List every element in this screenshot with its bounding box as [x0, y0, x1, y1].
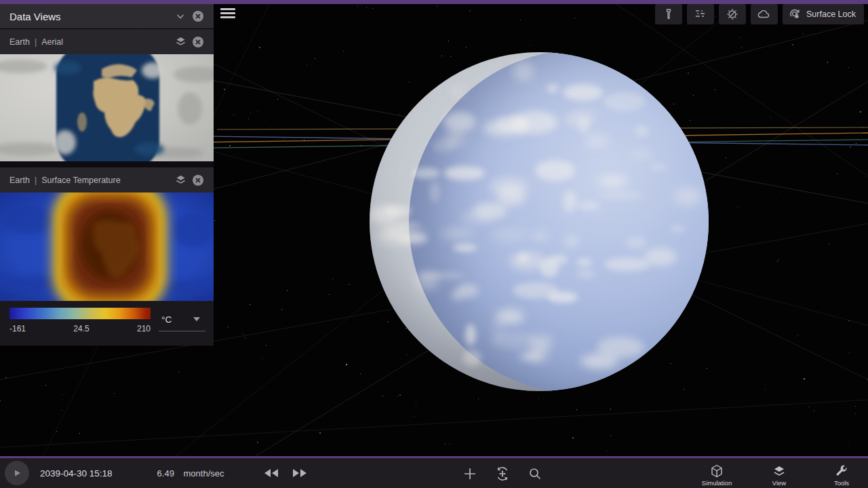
main-menus: Simulation View Tools [696, 462, 863, 487]
chevron-down-icon [193, 317, 200, 321]
chevron-down-icon [175, 11, 186, 22]
temperature-map-thumbnail[interactable] [0, 192, 214, 301]
simulation-menu-button[interactable]: Simulation [696, 462, 738, 487]
layer-select-button[interactable] [172, 171, 189, 189]
scale-max: 210 [137, 324, 151, 333]
data-view-row-aerial: Earth|Aerial [0, 29, 214, 54]
layer-select-button[interactable] [172, 33, 189, 51]
panel-gap [0, 161, 214, 167]
layers-icon [772, 464, 786, 478]
rewind-icon [264, 468, 279, 478]
search-button[interactable] [523, 462, 547, 486]
temperature-scale: -161 24.5 210 °C [0, 301, 214, 346]
data-views-header: Data Views [0, 4, 214, 28]
speed-value: 6.49 [157, 468, 174, 479]
close-panel-button[interactable] [189, 7, 207, 25]
scale-mid: 24.5 [73, 324, 89, 333]
layer-name: Surface Temperature [41, 176, 121, 185]
scale-min: -161 [9, 324, 26, 333]
effects-button[interactable] [719, 4, 746, 24]
view-toolbar: Surface Lock [655, 4, 864, 24]
body-name: Earth [9, 37, 30, 47]
add-icon [463, 467, 477, 481]
object-tools [458, 462, 547, 486]
fast-forward-icon [292, 468, 307, 478]
flashlight-icon [663, 8, 675, 20]
close-icon [191, 35, 205, 49]
main-menu-icon[interactable] [220, 8, 235, 20]
play-button[interactable] [5, 461, 29, 485]
clouds-icon [757, 8, 772, 20]
close-icon [191, 9, 205, 23]
aerial-map-thumbnail[interactable] [0, 54, 214, 161]
data-views-panel: Data Views Earth|Aerial [0, 4, 214, 346]
cube-icon [710, 464, 724, 478]
play-icon [12, 468, 22, 478]
menu-label: Tools [834, 479, 849, 487]
exposure-icon [694, 8, 707, 20]
app-window: Surface Lock Data Views Earth|Aerial [0, 0, 868, 488]
wrench-icon [835, 464, 848, 478]
surface-lock-label: Surface Lock [806, 9, 856, 19]
clouds-button[interactable] [751, 4, 778, 24]
effects-icon [726, 7, 739, 21]
speed-up-button[interactable] [288, 462, 311, 485]
chase-object-button[interactable] [490, 462, 515, 486]
unit-dropdown[interactable]: °C [159, 308, 205, 331]
add-object-button[interactable] [458, 462, 482, 486]
slow-down-button[interactable] [260, 462, 283, 485]
window-accent-bar [0, 0, 868, 4]
menu-label: Simulation [702, 479, 732, 487]
planet-atmosphere-haze [370, 52, 709, 391]
flashlight-button[interactable] [655, 4, 682, 24]
surface-lock-icon [788, 7, 802, 21]
collapse-panel-button[interactable] [172, 7, 189, 25]
simulation-datetime: 2039-04-30 15:18 [40, 468, 113, 479]
chase-icon [494, 466, 511, 482]
panel-title: Data Views [9, 11, 172, 22]
close-icon [191, 174, 205, 187]
view-menu-button[interactable]: View [758, 462, 800, 487]
exposure-button[interactable] [687, 4, 714, 24]
body-name: Earth [9, 176, 30, 185]
search-icon [528, 467, 542, 481]
layer-name: Aerial [41, 37, 63, 47]
layers-icon [174, 35, 187, 48]
tools-menu-button[interactable]: Tools [821, 462, 863, 487]
data-view-row-surface-temperature: Earth|Surface Temperature [0, 167, 214, 192]
speed-unit: month/sec [184, 468, 224, 479]
close-view-button[interactable] [189, 171, 207, 189]
temperature-gradient-bar [9, 308, 151, 319]
close-view-button[interactable] [189, 33, 207, 51]
menu-label: View [772, 479, 786, 487]
surface-lock-button[interactable]: Surface Lock [783, 4, 864, 24]
unit-value: °C [161, 314, 193, 325]
planet-earth[interactable] [370, 52, 709, 391]
layers-icon [174, 174, 187, 186]
